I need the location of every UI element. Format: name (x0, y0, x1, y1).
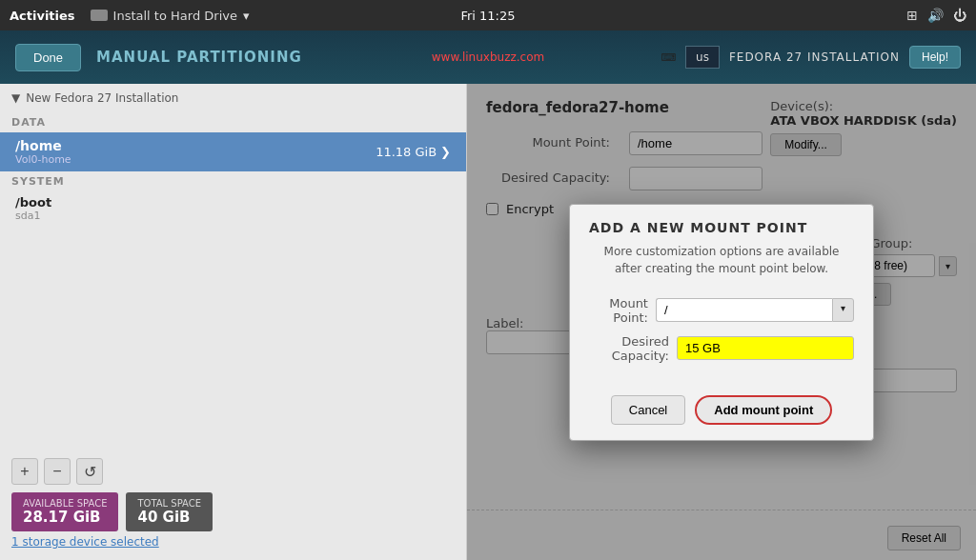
dialog-mount-point-combo: ▾ (656, 298, 854, 322)
done-button[interactable]: Done (15, 44, 81, 71)
left-panel-footer: + − ↺ AVAILABLE SPACE 28.17 GiB TOTAL SP… (0, 450, 466, 560)
partition-controls: + − ↺ (11, 458, 455, 485)
dialog-title: ADD A NEW MOUNT POINT (570, 205, 873, 243)
locale-label: us (696, 50, 709, 64)
boot-mount-label: /boot (15, 195, 451, 210)
watermark: www.linuxbuzz.com (432, 50, 544, 64)
storage-device-link[interactable]: 1 storage device selected (11, 531, 455, 552)
available-space-box: AVAILABLE SPACE 28.17 GiB (11, 492, 118, 531)
home-mount-label: /home (15, 138, 71, 153)
header-right: ⌨ us FEDORA 27 INSTALLATION Help! (661, 46, 961, 69)
home-size: 11.18 GiB (376, 145, 437, 159)
activities-button[interactable]: Activities (10, 9, 75, 23)
volume-icon: 🔊 (927, 8, 944, 23)
hdd-icon (91, 10, 108, 21)
app-dropdown-arrow[interactable]: ▾ (243, 9, 250, 23)
modal-overlay: ADD A NEW MOUNT POINT More customization… (467, 84, 976, 560)
keyboard-icon: ⌨ (661, 51, 676, 64)
partition-group-header: ▼ New Fedora 27 Installation (0, 84, 466, 112)
dialog-mount-point-input[interactable] (656, 298, 832, 322)
help-button[interactable]: Help! (909, 46, 961, 69)
top-bar: Activities Install to Hard Drive ▾ Fri 1… (0, 0, 976, 30)
app-title-bar: Install to Hard Drive ▾ (91, 9, 250, 23)
dialog-buttons: Cancel Add mount point (570, 388, 873, 440)
network-icon: ⊞ (906, 8, 918, 23)
right-panel: fedora_fedora27-home Mount Point: Desire… (467, 84, 976, 560)
available-space-value: 28.17 GiB (23, 509, 107, 526)
available-space-label: AVAILABLE SPACE (23, 498, 107, 509)
total-space-label: TOTAL SPACE (137, 498, 201, 509)
locale-selector[interactable]: us (685, 46, 720, 69)
add-mount-point-button[interactable]: Add mount point (695, 395, 832, 425)
top-bar-right: ⊞ 🔊 ⏻ (906, 8, 966, 23)
partition-item-home[interactable]: /home Vol0-home 11.18 GiB ❯ (0, 132, 466, 171)
boot-sub-label: sda1 (15, 210, 451, 222)
data-group-label: DATA (0, 112, 466, 132)
space-info: AVAILABLE SPACE 28.17 GiB TOTAL SPACE 40… (11, 492, 455, 531)
add-partition-button[interactable]: + (11, 458, 38, 485)
app-name-label: Install to Hard Drive (113, 9, 237, 23)
total-space-box: TOTAL SPACE 40 GiB (126, 492, 213, 531)
dialog-capacity-label: Desired Capacity: (589, 334, 669, 363)
dialog-mount-point-label: Mount Point: (589, 296, 648, 325)
clock-label: Fri 11:25 (460, 9, 515, 23)
total-space-value: 40 GiB (137, 509, 201, 526)
dialog-mount-point-row: Mount Point: ▾ (589, 296, 854, 325)
left-panel: ▼ New Fedora 27 Installation DATA /home … (0, 84, 467, 560)
dialog-fields: Mount Point: ▾ Desired Capacity: (570, 289, 873, 388)
header-bar: Done MANUAL PARTITIONING www.linuxbuzz.c… (0, 30, 976, 84)
arrow-right-icon: ❯ (440, 145, 451, 159)
system-group-label: SYSTEM (0, 171, 466, 191)
partition-group-title: New Fedora 27 Installation (26, 91, 178, 105)
partition-item-boot[interactable]: /boot sda1 (0, 191, 466, 226)
add-mount-point-dialog: ADD A NEW MOUNT POINT More customization… (569, 204, 874, 441)
home-sub-label: Vol0-home (15, 153, 71, 166)
dialog-capacity-row: Desired Capacity: (589, 334, 854, 363)
dialog-description: More customization options are available… (570, 243, 873, 289)
refresh-partition-button[interactable]: ↺ (76, 458, 103, 485)
main-content: ▼ New Fedora 27 Installation DATA /home … (0, 84, 976, 560)
power-icon: ⏻ (953, 8, 966, 23)
remove-partition-button[interactable]: − (44, 458, 71, 485)
mount-point-dropdown-arrow[interactable]: ▾ (832, 298, 854, 322)
manual-partitioning-title: MANUAL PARTITIONING (96, 49, 302, 66)
fedora-title: FEDORA 27 INSTALLATION (729, 50, 900, 64)
chevron-down-icon: ▼ (11, 91, 20, 105)
cancel-button[interactable]: Cancel (611, 395, 685, 425)
dialog-capacity-input[interactable] (677, 336, 854, 360)
